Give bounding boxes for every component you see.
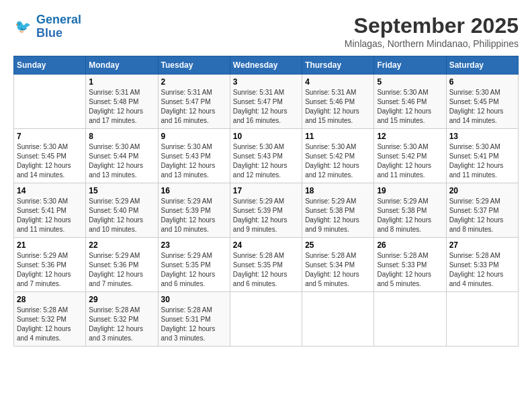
day-info: Sunrise: 5:30 AM Sunset: 5:41 PM Dayligh… — [449, 142, 515, 180]
day-number: 23 — [161, 240, 227, 250]
weekday-header-cell: Monday — [86, 56, 158, 75]
day-info: Sunrise: 5:28 AM Sunset: 5:31 PM Dayligh… — [161, 306, 227, 343]
day-number: 29 — [89, 295, 154, 304]
day-info: Sunrise: 5:29 AM Sunset: 5:39 PM Dayligh… — [233, 197, 299, 234]
day-info: Sunrise: 5:30 AM Sunset: 5:44 PM Dayligh… — [89, 142, 154, 180]
day-number: 21 — [17, 240, 83, 250]
weekday-header-cell: Friday — [374, 56, 446, 75]
calendar-day-cell — [446, 292, 518, 347]
day-number: 20 — [449, 186, 515, 195]
calendar-day-cell — [14, 75, 86, 129]
day-number: 16 — [161, 186, 227, 195]
calendar-day-cell: 13Sunrise: 5:30 AM Sunset: 5:41 PM Dayli… — [446, 129, 518, 183]
calendar-day-cell: 6Sunrise: 5:30 AM Sunset: 5:45 PM Daylig… — [446, 75, 518, 129]
calendar-day-cell: 29Sunrise: 5:28 AM Sunset: 5:32 PM Dayli… — [86, 292, 158, 347]
day-info: Sunrise: 5:29 AM Sunset: 5:37 PM Dayligh… — [449, 197, 515, 234]
calendar-day-cell: 20Sunrise: 5:29 AM Sunset: 5:37 PM Dayli… — [446, 183, 518, 238]
calendar-week-row: 1Sunrise: 5:31 AM Sunset: 5:48 PM Daylig… — [14, 75, 519, 129]
page-header: 🐦 General Blue September 2025 Minlagas, … — [13, 13, 519, 49]
day-number: 18 — [305, 186, 371, 195]
calendar-day-cell: 1Sunrise: 5:31 AM Sunset: 5:48 PM Daylig… — [86, 75, 158, 129]
day-number: 12 — [377, 132, 443, 141]
day-info: Sunrise: 5:30 AM Sunset: 5:45 PM Dayligh… — [17, 142, 83, 180]
calendar-week-row: 7Sunrise: 5:30 AM Sunset: 5:45 PM Daylig… — [14, 129, 519, 183]
location-subtitle: Minlagas, Northern Mindanao, Philippines — [345, 38, 519, 49]
logo: 🐦 General Blue — [13, 13, 81, 40]
calendar-day-cell: 17Sunrise: 5:29 AM Sunset: 5:39 PM Dayli… — [230, 183, 302, 238]
calendar-day-cell: 27Sunrise: 5:28 AM Sunset: 5:33 PM Dayli… — [446, 238, 518, 292]
day-number: 30 — [161, 295, 227, 304]
calendar-day-cell: 22Sunrise: 5:29 AM Sunset: 5:36 PM Dayli… — [86, 238, 158, 292]
calendar-day-cell: 15Sunrise: 5:29 AM Sunset: 5:40 PM Dayli… — [86, 183, 158, 238]
day-info: Sunrise: 5:30 AM Sunset: 5:45 PM Dayligh… — [449, 88, 515, 126]
day-info: Sunrise: 5:30 AM Sunset: 5:46 PM Dayligh… — [377, 88, 443, 126]
day-info: Sunrise: 5:28 AM Sunset: 5:35 PM Dayligh… — [233, 251, 299, 289]
day-info: Sunrise: 5:29 AM Sunset: 5:36 PM Dayligh… — [17, 251, 83, 289]
day-number: 1 — [89, 77, 154, 87]
calendar-day-cell — [302, 292, 374, 347]
calendar-day-cell: 7Sunrise: 5:30 AM Sunset: 5:45 PM Daylig… — [14, 129, 86, 183]
day-number: 3 — [233, 77, 299, 87]
calendar-day-cell: 3Sunrise: 5:31 AM Sunset: 5:47 PM Daylig… — [230, 75, 302, 129]
calendar-day-cell: 12Sunrise: 5:30 AM Sunset: 5:42 PM Dayli… — [374, 129, 446, 183]
day-info: Sunrise: 5:29 AM Sunset: 5:35 PM Dayligh… — [161, 251, 227, 289]
day-info: Sunrise: 5:30 AM Sunset: 5:41 PM Dayligh… — [17, 197, 83, 234]
day-info: Sunrise: 5:28 AM Sunset: 5:33 PM Dayligh… — [377, 251, 443, 289]
day-number: 7 — [17, 132, 83, 141]
calendar-day-cell: 16Sunrise: 5:29 AM Sunset: 5:39 PM Dayli… — [158, 183, 230, 238]
day-info: Sunrise: 5:29 AM Sunset: 5:36 PM Dayligh… — [89, 251, 154, 289]
day-number: 22 — [89, 240, 154, 250]
day-number: 19 — [377, 186, 443, 195]
day-number: 24 — [233, 240, 299, 250]
day-number: 13 — [449, 132, 515, 141]
calendar-day-cell: 21Sunrise: 5:29 AM Sunset: 5:36 PM Dayli… — [14, 238, 86, 292]
title-block: September 2025 Minlagas, Northern Mindan… — [345, 13, 519, 49]
day-number: 11 — [305, 132, 371, 141]
weekday-header-row: SundayMondayTuesdayWednesdayThursdayFrid… — [14, 56, 519, 75]
day-number: 8 — [89, 132, 154, 141]
weekday-header-cell: Saturday — [446, 56, 518, 75]
day-info: Sunrise: 5:31 AM Sunset: 5:46 PM Dayligh… — [305, 88, 371, 126]
day-number: 27 — [449, 240, 515, 250]
day-info: Sunrise: 5:29 AM Sunset: 5:39 PM Dayligh… — [161, 197, 227, 234]
calendar-day-cell: 28Sunrise: 5:28 AM Sunset: 5:32 PM Dayli… — [14, 292, 86, 347]
calendar-day-cell: 2Sunrise: 5:31 AM Sunset: 5:47 PM Daylig… — [158, 75, 230, 129]
weekday-header-cell: Tuesday — [158, 56, 230, 75]
day-info: Sunrise: 5:30 AM Sunset: 5:43 PM Dayligh… — [233, 142, 299, 180]
weekday-header-cell: Thursday — [302, 56, 374, 75]
calendar-day-cell: 11Sunrise: 5:30 AM Sunset: 5:42 PM Dayli… — [302, 129, 374, 183]
day-number: 2 — [161, 77, 227, 87]
calendar-day-cell: 8Sunrise: 5:30 AM Sunset: 5:44 PM Daylig… — [86, 129, 158, 183]
day-number: 25 — [305, 240, 371, 250]
day-number: 10 — [233, 132, 299, 141]
day-number: 6 — [449, 77, 515, 87]
day-info: Sunrise: 5:30 AM Sunset: 5:42 PM Dayligh… — [377, 142, 443, 180]
day-info: Sunrise: 5:29 AM Sunset: 5:40 PM Dayligh… — [89, 197, 154, 234]
calendar-day-cell: 19Sunrise: 5:29 AM Sunset: 5:38 PM Dayli… — [374, 183, 446, 238]
day-info: Sunrise: 5:28 AM Sunset: 5:33 PM Dayligh… — [449, 251, 515, 289]
logo-icon: 🐦 — [13, 17, 34, 37]
day-info: Sunrise: 5:29 AM Sunset: 5:38 PM Dayligh… — [377, 197, 443, 234]
weekday-header-cell: Wednesday — [230, 56, 302, 75]
day-info: Sunrise: 5:28 AM Sunset: 5:32 PM Dayligh… — [89, 306, 154, 343]
calendar-day-cell — [230, 292, 302, 347]
calendar-day-cell: 25Sunrise: 5:28 AM Sunset: 5:34 PM Dayli… — [302, 238, 374, 292]
calendar-day-cell: 24Sunrise: 5:28 AM Sunset: 5:35 PM Dayli… — [230, 238, 302, 292]
calendar-body: 1Sunrise: 5:31 AM Sunset: 5:48 PM Daylig… — [14, 75, 519, 347]
day-info: Sunrise: 5:30 AM Sunset: 5:43 PM Dayligh… — [161, 142, 227, 180]
calendar-week-row: 14Sunrise: 5:30 AM Sunset: 5:41 PM Dayli… — [14, 183, 519, 238]
calendar-day-cell: 26Sunrise: 5:28 AM Sunset: 5:33 PM Dayli… — [374, 238, 446, 292]
day-number: 9 — [161, 132, 227, 141]
calendar-day-cell: 18Sunrise: 5:29 AM Sunset: 5:38 PM Dayli… — [302, 183, 374, 238]
day-info: Sunrise: 5:31 AM Sunset: 5:47 PM Dayligh… — [161, 88, 227, 126]
calendar-day-cell: 10Sunrise: 5:30 AM Sunset: 5:43 PM Dayli… — [230, 129, 302, 183]
day-number: 15 — [89, 186, 154, 195]
calendar-day-cell: 30Sunrise: 5:28 AM Sunset: 5:31 PM Dayli… — [158, 292, 230, 347]
day-info: Sunrise: 5:29 AM Sunset: 5:38 PM Dayligh… — [305, 197, 371, 234]
calendar-day-cell: 14Sunrise: 5:30 AM Sunset: 5:41 PM Dayli… — [14, 183, 86, 238]
logo-text: General Blue — [36, 13, 81, 40]
month-title: September 2025 — [345, 13, 519, 38]
calendar-day-cell — [374, 292, 446, 347]
day-info: Sunrise: 5:30 AM Sunset: 5:42 PM Dayligh… — [305, 142, 371, 180]
day-info: Sunrise: 5:31 AM Sunset: 5:48 PM Dayligh… — [89, 88, 154, 126]
